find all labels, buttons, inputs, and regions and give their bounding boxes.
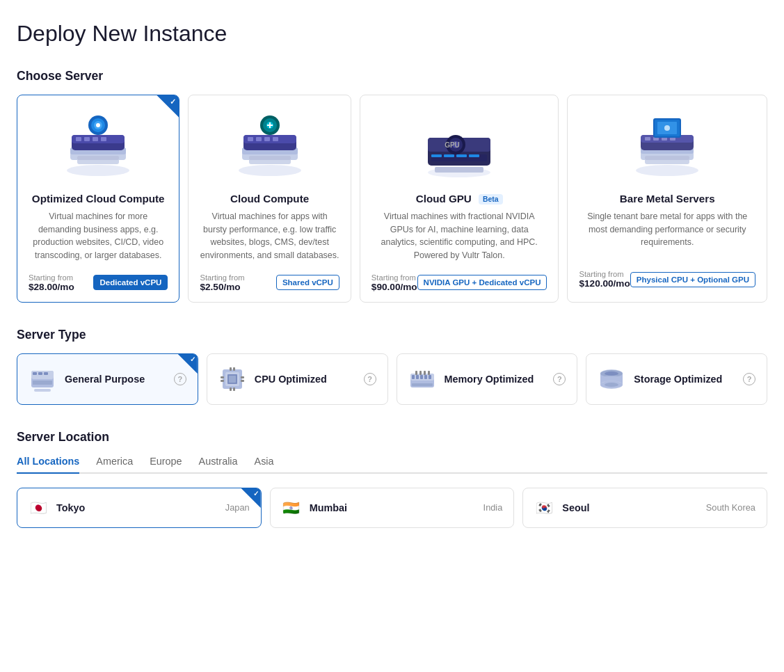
help-icon-general[interactable]: ? — [174, 373, 186, 385]
server-type-heading: Server Type — [17, 328, 767, 342]
svg-rect-84 — [429, 375, 431, 379]
svg-rect-88 — [424, 371, 426, 375]
svg-rect-85 — [412, 383, 433, 386]
server-card-optimized-cloud[interactable]: Optimized Cloud Compute Virtual machines… — [17, 95, 179, 303]
starting-from-optimized: Starting from $28.00/mo — [29, 273, 74, 292]
card-footer-optimized-cloud: Starting from $28.00/mo Dedicated vCPU — [29, 273, 168, 292]
card-title-cloud-gpu: Cloud GPU Beta — [371, 193, 547, 205]
svg-rect-89 — [428, 371, 430, 375]
cpu-optimized-icon — [218, 365, 246, 393]
card-image-bare-metal — [579, 108, 755, 184]
type-card-cpu[interactable]: CPU Optimized ? — [207, 353, 388, 405]
starting-from-cloud: Starting from $2.50/mo — [200, 273, 244, 292]
server-location-heading: Server Location — [17, 430, 767, 445]
svg-rect-30 — [249, 156, 291, 160]
svg-rect-69 — [229, 376, 236, 383]
location-tab-australia[interactable]: Australia — [199, 456, 238, 474]
server-type-section: Server Type General Purpose ? — [17, 328, 767, 405]
svg-rect-75 — [221, 380, 224, 382]
location-country-tokyo: Japan — [225, 502, 250, 513]
cpu-badge-cloud[interactable]: Shared vCPU — [276, 275, 339, 290]
location-tabs: All Locations America Europe Australia A… — [17, 456, 767, 474]
flag-japan: 🇯🇵 — [29, 498, 48, 518]
type-name-general: General Purpose — [65, 374, 166, 385]
type-card-storage[interactable]: Storage Optimized ? — [586, 353, 767, 405]
memory-optimized-icon — [408, 365, 436, 393]
svg-rect-7 — [93, 137, 98, 141]
flag-south-korea: 🇰🇷 — [534, 498, 554, 518]
location-tab-asia[interactable]: Asia — [255, 456, 274, 474]
card-image-cloud-gpu: GPU — [371, 108, 547, 184]
location-name-tokyo: Tokyo — [56, 502, 217, 513]
server-card-cloud-compute[interactable]: Cloud Compute Virtual machines for apps … — [188, 95, 351, 303]
svg-rect-70 — [230, 367, 232, 371]
svg-rect-77 — [241, 380, 244, 382]
location-tab-america[interactable]: America — [96, 456, 133, 474]
server-location-section: Server Location All Locations America Eu… — [17, 430, 767, 528]
svg-rect-38 — [431, 154, 442, 157]
svg-rect-43 — [435, 167, 483, 173]
svg-rect-64 — [33, 381, 52, 385]
location-name-mumbai: Mumbai — [310, 502, 475, 513]
svg-point-12 — [96, 123, 100, 127]
cpu-badge-bare-metal[interactable]: Physical CPU + Optional GPU — [630, 272, 755, 287]
svg-rect-62 — [38, 372, 42, 375]
svg-rect-76 — [241, 376, 244, 378]
svg-rect-21 — [256, 137, 262, 141]
card-image-cloud-compute — [200, 108, 339, 184]
location-tab-europe[interactable]: Europe — [150, 456, 182, 474]
card-desc-cloud-gpu: Virtual machines with fractional NVIDIA … — [371, 210, 547, 262]
svg-point-44 — [636, 165, 698, 176]
help-icon-memory[interactable]: ? — [553, 373, 566, 385]
page-title: Deploy New Instance — [17, 21, 767, 47]
svg-rect-73 — [233, 387, 235, 391]
svg-rect-20 — [248, 137, 253, 141]
svg-rect-61 — [33, 372, 37, 375]
type-card-memory[interactable]: Memory Optimized ? — [397, 353, 578, 405]
svg-rect-5 — [76, 137, 81, 141]
cpu-badge-optimized[interactable]: Dedicated vCPU — [93, 275, 168, 290]
svg-rect-8 — [101, 137, 106, 141]
card-footer-bare-metal: Starting from $120.00/mo Physical CPU + … — [579, 270, 755, 289]
location-country-seoul: South Korea — [706, 502, 755, 513]
svg-rect-40 — [456, 154, 467, 157]
card-title-optimized-cloud: Optimized Cloud Compute — [29, 193, 168, 205]
svg-point-15 — [239, 165, 301, 176]
card-title-bare-metal: Bare Metal Servers — [579, 193, 755, 205]
server-type-cards-grid: General Purpose ? — [17, 353, 767, 405]
help-icon-storage[interactable]: ? — [743, 373, 755, 385]
svg-rect-6 — [84, 137, 90, 141]
svg-rect-74 — [221, 376, 224, 378]
svg-point-56 — [664, 125, 670, 131]
location-card-seoul[interactable]: 🇰🇷 Seoul South Korea — [522, 488, 767, 528]
svg-rect-49 — [645, 137, 650, 141]
server-card-bare-metal[interactable]: Bare Metal Servers Single tenant bare me… — [567, 95, 767, 303]
location-tab-all[interactable]: All Locations — [17, 456, 79, 474]
starting-from-bare-metal: Starting from $120.00/mo — [579, 270, 630, 289]
type-card-general[interactable]: General Purpose ? — [17, 353, 198, 405]
svg-rect-71 — [233, 367, 235, 371]
svg-rect-63 — [44, 372, 48, 375]
card-desc-cloud-compute: Virtual machines for apps with bursty pe… — [200, 210, 339, 262]
svg-rect-80 — [412, 375, 415, 379]
choose-server-heading: Choose Server — [17, 69, 767, 83]
general-purpose-icon — [29, 365, 56, 393]
svg-rect-82 — [420, 375, 423, 379]
type-check-badge-general — [178, 354, 198, 374]
location-card-mumbai[interactable]: 🇮🇳 Mumbai India — [270, 488, 515, 528]
cpu-badge-gpu[interactable]: NVIDIA GPU + Dedicated vCPU — [417, 275, 547, 290]
location-name-seoul: Seoul — [562, 502, 698, 513]
svg-rect-14 — [77, 156, 119, 160]
location-card-tokyo[interactable]: 🇯🇵 Tokyo Japan — [17, 488, 262, 528]
server-cards-grid: Optimized Cloud Compute Virtual machines… — [17, 95, 767, 303]
type-name-memory: Memory Optimized — [445, 374, 545, 385]
help-icon-cpu[interactable]: ? — [364, 373, 376, 385]
svg-rect-81 — [416, 375, 419, 379]
server-card-cloud-gpu[interactable]: GPU Cloud GPU Beta Virtual machines with… — [360, 95, 559, 303]
type-name-storage: Storage Optimized — [634, 374, 735, 385]
svg-point-94 — [605, 371, 618, 376]
svg-rect-86 — [415, 371, 417, 375]
card-desc-bare-metal: Single tenant bare metal for apps with t… — [579, 210, 755, 259]
card-footer-cloud-gpu: Starting from $90.00/mo NVIDIA GPU + Ded… — [371, 273, 547, 292]
svg-rect-23 — [273, 137, 278, 141]
